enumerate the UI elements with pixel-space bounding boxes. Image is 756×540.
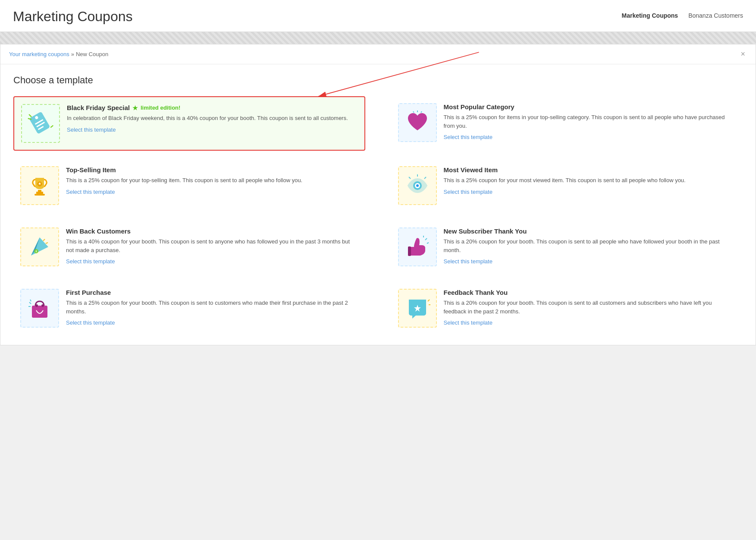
svg-rect-15 (38, 190, 41, 193)
template-name-first-purchase: First Purchase (66, 289, 358, 296)
template-desc-feedback: This is a 20% coupon for your booth. Thi… (444, 299, 736, 316)
template-desc-top-selling: This is a 25% coupon for your top-sellin… (66, 176, 358, 185)
select-most-popular[interactable]: Select this template (444, 134, 492, 140)
template-info-most-popular: Most Popular Category This is a 25% coup… (444, 103, 736, 140)
select-win-back[interactable]: Select this template (66, 258, 115, 265)
svg-line-11 (413, 111, 414, 113)
template-content: Choose a template (0, 64, 756, 345)
template-name-new-subscriber: New Subscriber Thank You (444, 227, 736, 235)
select-first-purchase[interactable]: Select this template (66, 319, 115, 326)
svg-line-28 (43, 239, 45, 241)
template-card-new-subscriber: New Subscriber Thank You This is a 20% c… (391, 221, 743, 273)
page-header: Marketing Coupons Marketing Coupons Bona… (0, 0, 756, 32)
top-nav: Marketing Coupons Bonanza Customers (621, 9, 743, 19)
template-card-win-back: Win Back Customers This is a 40% coupon … (13, 221, 365, 273)
template-desc-win-back: This is a 40% coupon for your booth. Thi… (66, 237, 358, 254)
template-name-top-selling: Top-Selling Item (66, 166, 358, 174)
select-top-selling[interactable]: Select this template (66, 189, 115, 195)
template-desc-most-popular: This is a 25% coupon for items in your t… (444, 113, 736, 130)
select-black-friday[interactable]: Select this template (67, 126, 116, 133)
star-icon: ★ (132, 104, 138, 111)
template-info-most-viewed: Most Viewed Item This is a 25% coupon fo… (444, 166, 736, 195)
template-info-feedback: Feedback Thank You This is a 20% coupon … (444, 289, 736, 326)
main-content-panel: Your marketing coupons » New Coupon × Ch… (0, 44, 756, 345)
nav-marketing-coupons[interactable]: Marketing Coupons (621, 12, 678, 19)
template-name-win-back: Win Back Customers (66, 227, 358, 235)
template-desc-first-purchase: This is a 25% coupon for your booth. Thi… (66, 299, 358, 316)
breadcrumb: Your marketing coupons » New Coupon (9, 51, 108, 57)
svg-line-39 (30, 300, 31, 301)
svg-line-8 (29, 114, 31, 117)
template-desc-most-viewed: This is a 25% coupon for your most viewe… (444, 176, 736, 185)
svg-point-20 (416, 184, 419, 187)
template-icon-heart (398, 103, 437, 142)
template-card-black-friday: Black Friday Special ★ limited edition! … (13, 96, 365, 151)
svg-rect-14 (35, 194, 45, 196)
breadcrumb-current: New Coupon (76, 51, 108, 57)
svg-line-23 (409, 177, 411, 179)
select-most-viewed[interactable]: Select this template (444, 189, 492, 195)
svg-rect-30 (408, 246, 411, 256)
template-icon-tag (21, 104, 60, 143)
template-grid: Black Friday Special ★ limited edition! … (13, 96, 743, 335)
breadcrumb-separator: » (71, 51, 74, 57)
page-title: Marketing Coupons (13, 9, 132, 25)
svg-line-22 (424, 177, 426, 179)
svg-rect-34 (32, 306, 47, 318)
template-info-new-subscriber: New Subscriber Thank You This is a 20% c… (444, 227, 736, 265)
template-name-most-viewed: Most Viewed Item (444, 166, 736, 174)
template-desc-new-subscriber: This is a 20% coupon for your booth. Thi… (444, 237, 736, 254)
template-name-most-popular: Most Popular Category (444, 103, 736, 111)
template-name-black-friday: Black Friday Special ★ limited edition! (67, 104, 358, 111)
svg-point-35 (35, 304, 38, 307)
page-wrapper: Marketing Coupons Marketing Coupons Bona… (0, 0, 756, 345)
svg-line-29 (46, 243, 48, 243)
template-heading: Choose a template (13, 75, 743, 86)
svg-line-31 (425, 238, 427, 240)
svg-line-12 (421, 111, 422, 113)
template-icon-chat-bubble (398, 289, 437, 328)
template-info-black-friday: Black Friday Special ★ limited edition! … (67, 104, 358, 133)
template-info-first-purchase: First Purchase This is a 25% coupon for … (66, 289, 358, 326)
template-info-win-back: Win Back Customers This is a 40% coupon … (66, 227, 358, 265)
template-icon-trophy (20, 166, 59, 205)
select-feedback[interactable]: Select this template (444, 319, 492, 326)
template-card-most-popular: Most Popular Category This is a 25% coup… (391, 96, 743, 151)
pattern-banner (0, 32, 756, 44)
breadcrumb-link[interactable]: Your marketing coupons (9, 51, 69, 57)
template-card-most-viewed: Most Viewed Item This is a 25% coupon fo… (391, 159, 743, 212)
nav-bonanza-customers[interactable]: Bonanza Customers (688, 12, 743, 19)
template-icon-eye (398, 166, 437, 205)
svg-line-37 (29, 302, 31, 304)
template-desc-black-friday: In celebration of Black Friday weekend, … (67, 114, 358, 123)
breadcrumb-bar: Your marketing coupons » New Coupon × (0, 44, 756, 64)
template-card-first-purchase: First Purchase This is a 25% coupon for … (13, 282, 365, 335)
template-icon-bag (20, 289, 59, 328)
svg-point-36 (41, 304, 44, 307)
svg-line-32 (427, 243, 429, 243)
template-icon-paper-plane (20, 227, 59, 266)
template-card-top-selling: Top-Selling Item This is a 25% coupon fo… (13, 159, 365, 212)
svg-marker-24 (31, 237, 48, 256)
limited-badge: limited edition! (141, 104, 180, 111)
close-button[interactable]: × (739, 50, 747, 59)
svg-line-41 (428, 300, 430, 301)
template-info-top-selling: Top-Selling Item This is a 25% coupon fo… (66, 166, 358, 195)
select-new-subscriber[interactable]: Select this template (444, 258, 492, 265)
svg-rect-2 (29, 111, 50, 134)
template-card-feedback: Feedback Thank You This is a 20% coupon … (391, 282, 743, 335)
template-icon-thumbsup (398, 227, 437, 266)
template-name-feedback: Feedback Thank You (444, 289, 736, 296)
svg-line-9 (50, 126, 53, 128)
